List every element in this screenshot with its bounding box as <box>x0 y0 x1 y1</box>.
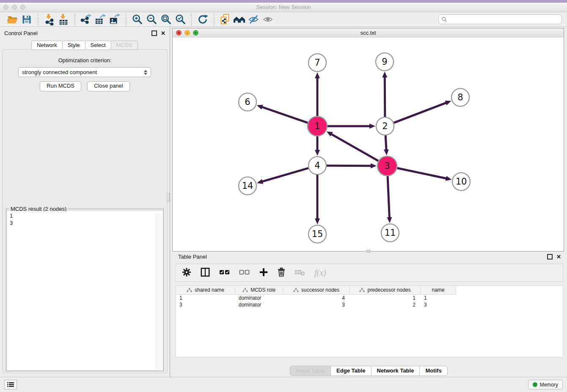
tab-node-table[interactable]: Node Table <box>290 366 331 376</box>
show-all-icon[interactable] <box>261 13 275 26</box>
node-table: shared name MCDS role successor nodes pr… <box>176 285 563 357</box>
graph-node-label-10: 10 <box>456 177 467 187</box>
table-row[interactable]: 3 dominator 3 2 3 <box>176 301 456 308</box>
home-icon[interactable] <box>232 13 247 26</box>
save-session-icon[interactable] <box>19 13 34 26</box>
result-scrollbar[interactable] <box>156 213 162 369</box>
graph-node-label-8: 8 <box>457 92 463 102</box>
graph-edge-2-9[interactable] <box>385 77 385 117</box>
tab-network-table[interactable]: Network Table <box>371 366 420 376</box>
table-row[interactable]: 1 dominator 4 1 1 <box>176 295 456 301</box>
table-cell: dominator <box>235 295 283 301</box>
table-cell: 3 <box>283 301 350 308</box>
export-table-icon[interactable] <box>93 13 107 26</box>
column-header-successor-nodes[interactable]: successor nodes <box>283 286 350 294</box>
shared-column-icon <box>359 288 365 293</box>
import-network-icon[interactable] <box>42 13 56 26</box>
table-cell: 3 <box>421 301 456 308</box>
network-from-selection-icon[interactable] <box>218 13 232 26</box>
search-input[interactable] <box>447 16 559 23</box>
close-panel-icon[interactable]: ✕ <box>161 30 165 36</box>
tab-style[interactable]: Style <box>62 41 85 50</box>
panel-splitter-handle[interactable] <box>167 193 170 202</box>
window-title: Session: New Session <box>0 4 567 10</box>
tab-motifs[interactable]: Motifs <box>419 366 447 376</box>
delete-table-icon[interactable] <box>295 268 306 278</box>
show-columns-icon[interactable] <box>200 268 210 279</box>
zoom-out-icon[interactable] <box>144 13 159 26</box>
table-header-row: shared name MCDS role successor nodes pr… <box>176 286 456 295</box>
graph-edge-2-8[interactable] <box>394 103 446 123</box>
close-table-panel-icon[interactable]: ✕ <box>556 254 561 259</box>
export-image-icon[interactable] <box>107 13 122 26</box>
graph-edge-3-11[interactable] <box>388 176 389 218</box>
table-settings-gear-icon[interactable] <box>182 268 191 279</box>
table-panel: Table Panel ✕ <box>172 252 567 377</box>
graph-edge-2-3[interactable] <box>385 135 386 150</box>
search-box[interactable] <box>438 14 562 24</box>
run-mcds-button[interactable]: Run MCDS <box>40 81 81 91</box>
select-all-icon[interactable] <box>219 269 230 277</box>
graph-node-label-1: 1 <box>314 121 320 131</box>
network-view-window: ✕ − + scc.txt 7968124314101511 <box>172 28 564 251</box>
toolbar-separator <box>38 14 38 25</box>
dropdown-stepper-icon <box>144 70 147 75</box>
table-cell: 3 <box>176 301 235 308</box>
network-window-titlebar[interactable]: ✕ − + scc.txt <box>173 28 564 38</box>
mcds-result-text[interactable]: 1 3 <box>7 211 162 370</box>
memory-button[interactable]: Memory <box>528 380 563 389</box>
mcds-panel: Optimization criterion: strongly connect… <box>2 49 168 373</box>
graph-edge-4-14[interactable] <box>262 168 308 182</box>
zoom-selected-icon[interactable] <box>173 13 187 26</box>
table-cell: 4 <box>283 295 350 301</box>
refresh-layout-icon[interactable] <box>195 13 210 26</box>
criterion-value: strongly connected component <box>22 69 97 75</box>
float-table-panel-icon[interactable] <box>547 254 553 259</box>
add-column-icon[interactable] <box>259 268 268 279</box>
search-icon <box>441 17 447 22</box>
main-toolbar <box>0 12 567 27</box>
column-header-predecessor-nodes[interactable]: predecessor nodes <box>350 286 421 294</box>
table-toolbar: f(x) <box>176 264 563 282</box>
column-header-mcds-role[interactable]: MCDS role <box>235 286 283 294</box>
optimization-criterion-label: Optimization criterion: <box>3 57 167 63</box>
toolbar-separator <box>74 14 75 25</box>
delete-column-icon[interactable] <box>277 268 286 279</box>
memory-label: Memory <box>540 382 558 388</box>
tab-mcds[interactable]: MCDS <box>111 41 138 50</box>
graph-node-label-14: 14 <box>242 181 253 191</box>
main-titlebar: Session: New Session <box>0 3 567 12</box>
task-history-button[interactable] <box>4 380 17 389</box>
application-window: Session: New Session <box>0 0 567 392</box>
network-canvas[interactable]: 7968124314101511 <box>173 38 564 251</box>
graph-edge-4-3[interactable] <box>327 166 371 166</box>
tab-edge-table[interactable]: Edge Table <box>330 366 371 376</box>
zoom-in-icon[interactable] <box>130 13 144 26</box>
float-panel-icon[interactable] <box>151 30 157 36</box>
import-table-icon[interactable] <box>56 13 71 26</box>
criterion-dropdown[interactable]: strongly connected component <box>18 67 151 77</box>
column-header-shared-name[interactable]: shared name <box>176 286 235 294</box>
toolbar-separator <box>214 14 214 25</box>
network-graph: 7968124314101511 <box>173 38 564 251</box>
graph-node-label-3: 3 <box>384 161 390 171</box>
table-cell: 2 <box>350 301 421 308</box>
zoom-fit-icon[interactable] <box>159 13 173 26</box>
deselect-all-icon[interactable] <box>239 269 250 277</box>
memory-status-icon <box>533 382 537 387</box>
open-session-icon[interactable] <box>5 13 19 26</box>
hide-selected-icon[interactable] <box>247 13 261 26</box>
column-header-name[interactable]: name <box>421 286 456 294</box>
graph-edge-3-10[interactable] <box>397 168 446 179</box>
result-line: 1 <box>10 212 160 219</box>
tab-select[interactable]: Select <box>85 41 111 50</box>
graph-edge-3-1[interactable] <box>331 134 378 161</box>
function-builder-icon[interactable]: f(x) <box>314 268 326 278</box>
network-window-title: scc.txt <box>173 30 564 36</box>
graph-edge-1-6[interactable] <box>262 107 308 123</box>
close-panel-button[interactable]: Close panel <box>87 81 130 91</box>
result-line: 3 <box>10 219 160 226</box>
export-network-icon[interactable] <box>79 13 93 26</box>
table-panel-title: Table Panel <box>178 254 207 260</box>
tab-network[interactable]: Network <box>31 41 63 50</box>
